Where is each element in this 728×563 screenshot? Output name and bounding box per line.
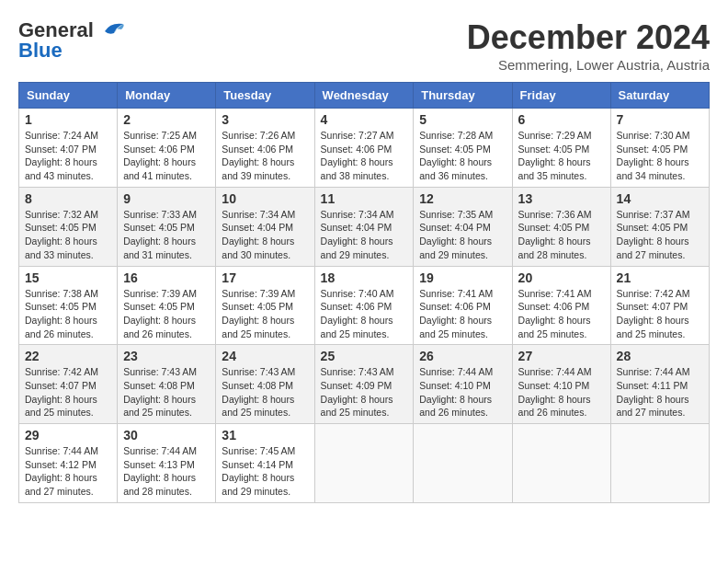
day-info: Sunrise: 7:43 AMSunset: 4:08 PMDaylight:… — [123, 365, 210, 419]
calendar-cell: 22Sunrise: 7:42 AMSunset: 4:07 PMDayligh… — [19, 345, 118, 424]
calendar-header-wednesday: Wednesday — [314, 83, 414, 109]
logo: General Blue — [18, 18, 127, 63]
day-number: 23 — [123, 349, 210, 363]
day-number: 19 — [419, 270, 506, 285]
day-number: 1 — [25, 112, 111, 127]
calendar-cell: 29Sunrise: 7:44 AMSunset: 4:12 PMDayligh… — [19, 424, 118, 503]
day-info: Sunrise: 7:44 AMSunset: 4:13 PMDaylight:… — [123, 444, 210, 499]
day-info: Sunrise: 7:29 AMSunset: 4:05 PMDaylight:… — [518, 129, 605, 183]
day-number: 3 — [222, 112, 308, 127]
calendar-week-row: 8Sunrise: 7:32 AMSunset: 4:05 PMDaylight… — [19, 187, 710, 266]
day-info: Sunrise: 7:38 AMSunset: 4:05 PMDaylight:… — [25, 287, 111, 341]
calendar-cell: 10Sunrise: 7:34 AMSunset: 4:04 PMDayligh… — [216, 187, 314, 266]
calendar-cell: 1Sunrise: 7:24 AMSunset: 4:07 PMDaylight… — [19, 109, 118, 188]
day-number: 10 — [222, 191, 308, 206]
day-info: Sunrise: 7:43 AMSunset: 4:08 PMDaylight:… — [222, 365, 308, 419]
day-number: 29 — [25, 428, 111, 442]
calendar-cell: 17Sunrise: 7:39 AMSunset: 4:05 PMDayligh… — [216, 266, 314, 345]
day-number: 6 — [518, 112, 605, 127]
calendar-cell: 2Sunrise: 7:25 AMSunset: 4:06 PMDaylight… — [118, 109, 216, 188]
day-number: 28 — [617, 349, 703, 363]
calendar-cell: 19Sunrise: 7:41 AMSunset: 4:06 PMDayligh… — [414, 266, 512, 345]
day-info: Sunrise: 7:39 AMSunset: 4:05 PMDaylight:… — [123, 287, 210, 341]
calendar-cell — [314, 424, 414, 503]
day-number: 14 — [617, 191, 703, 206]
calendar-cell: 24Sunrise: 7:43 AMSunset: 4:08 PMDayligh… — [216, 345, 314, 424]
day-number: 8 — [25, 191, 111, 206]
calendar-cell: 3Sunrise: 7:26 AMSunset: 4:06 PMDaylight… — [216, 109, 314, 188]
day-number: 16 — [123, 270, 210, 285]
day-number: 7 — [617, 112, 703, 127]
day-number: 18 — [321, 270, 408, 285]
calendar-cell: 11Sunrise: 7:34 AMSunset: 4:04 PMDayligh… — [314, 187, 414, 266]
day-info: Sunrise: 7:42 AMSunset: 4:07 PMDaylight:… — [25, 365, 111, 419]
calendar-cell: 8Sunrise: 7:32 AMSunset: 4:05 PMDaylight… — [19, 187, 118, 266]
day-info: Sunrise: 7:44 AMSunset: 4:11 PMDaylight:… — [617, 365, 703, 419]
calendar-cell: 14Sunrise: 7:37 AMSunset: 4:05 PMDayligh… — [610, 187, 709, 266]
calendar-cell — [512, 424, 610, 503]
calendar-cell: 4Sunrise: 7:27 AMSunset: 4:06 PMDaylight… — [314, 109, 414, 188]
day-info: Sunrise: 7:32 AMSunset: 4:05 PMDaylight:… — [25, 208, 111, 262]
day-info: Sunrise: 7:44 AMSunset: 4:10 PMDaylight:… — [518, 365, 605, 419]
calendar-header-saturday: Saturday — [610, 83, 709, 109]
calendar-header-friday: Friday — [512, 83, 610, 109]
day-number: 22 — [25, 349, 111, 363]
day-info: Sunrise: 7:35 AMSunset: 4:04 PMDaylight:… — [419, 208, 506, 262]
day-number: 31 — [222, 428, 308, 442]
calendar-cell: 31Sunrise: 7:45 AMSunset: 4:14 PMDayligh… — [216, 424, 314, 503]
day-number: 5 — [419, 112, 506, 127]
day-number: 4 — [321, 112, 408, 127]
calendar-header-tuesday: Tuesday — [216, 83, 314, 109]
day-info: Sunrise: 7:25 AMSunset: 4:06 PMDaylight:… — [123, 129, 210, 183]
day-number: 27 — [518, 349, 605, 363]
day-number: 12 — [419, 191, 506, 206]
calendar-week-row: 29Sunrise: 7:44 AMSunset: 4:12 PMDayligh… — [19, 424, 710, 503]
day-number: 25 — [321, 349, 408, 363]
day-info: Sunrise: 7:37 AMSunset: 4:05 PMDaylight:… — [617, 208, 703, 262]
day-info: Sunrise: 7:41 AMSunset: 4:06 PMDaylight:… — [419, 287, 506, 341]
calendar-cell: 23Sunrise: 7:43 AMSunset: 4:08 PMDayligh… — [118, 345, 216, 424]
calendar-cell — [610, 424, 709, 503]
calendar-cell: 7Sunrise: 7:30 AMSunset: 4:05 PMDaylight… — [610, 109, 709, 188]
day-info: Sunrise: 7:24 AMSunset: 4:07 PMDaylight:… — [25, 129, 111, 183]
calendar-cell: 28Sunrise: 7:44 AMSunset: 4:11 PMDayligh… — [610, 345, 709, 424]
day-info: Sunrise: 7:34 AMSunset: 4:04 PMDaylight:… — [222, 208, 308, 262]
calendar-cell: 27Sunrise: 7:44 AMSunset: 4:10 PMDayligh… — [512, 345, 610, 424]
day-info: Sunrise: 7:40 AMSunset: 4:06 PMDaylight:… — [321, 287, 408, 341]
calendar-cell: 5Sunrise: 7:28 AMSunset: 4:05 PMDaylight… — [414, 109, 512, 188]
calendar-header-row: SundayMondayTuesdayWednesdayThursdayFrid… — [19, 83, 710, 109]
day-info: Sunrise: 7:44 AMSunset: 4:12 PMDaylight:… — [25, 444, 111, 499]
calendar-cell: 13Sunrise: 7:36 AMSunset: 4:05 PMDayligh… — [512, 187, 610, 266]
title-section: December 2024 Semmering, Lower Austria, … — [467, 18, 710, 73]
calendar-header-thursday: Thursday — [414, 83, 512, 109]
calendar-cell: 9Sunrise: 7:33 AMSunset: 4:05 PMDaylight… — [118, 187, 216, 266]
day-info: Sunrise: 7:30 AMSunset: 4:05 PMDaylight:… — [617, 129, 703, 183]
calendar-cell: 26Sunrise: 7:44 AMSunset: 4:10 PMDayligh… — [414, 345, 512, 424]
day-info: Sunrise: 7:27 AMSunset: 4:06 PMDaylight:… — [321, 129, 408, 183]
day-info: Sunrise: 7:43 AMSunset: 4:09 PMDaylight:… — [321, 365, 408, 419]
calendar-week-row: 15Sunrise: 7:38 AMSunset: 4:05 PMDayligh… — [19, 266, 710, 345]
month-title: December 2024 — [467, 18, 710, 57]
calendar-cell: 15Sunrise: 7:38 AMSunset: 4:05 PMDayligh… — [19, 266, 118, 345]
day-number: 13 — [518, 191, 605, 206]
day-info: Sunrise: 7:45 AMSunset: 4:14 PMDaylight:… — [222, 444, 308, 499]
calendar-cell: 20Sunrise: 7:41 AMSunset: 4:06 PMDayligh… — [512, 266, 610, 345]
calendar-header-sunday: Sunday — [19, 83, 118, 109]
day-number: 17 — [222, 270, 308, 285]
day-number: 21 — [617, 270, 703, 285]
calendar-cell — [414, 424, 512, 503]
day-number: 9 — [123, 191, 210, 206]
calendar-cell: 6Sunrise: 7:29 AMSunset: 4:05 PMDaylight… — [512, 109, 610, 188]
calendar-week-row: 22Sunrise: 7:42 AMSunset: 4:07 PMDayligh… — [19, 345, 710, 424]
day-info: Sunrise: 7:33 AMSunset: 4:05 PMDaylight:… — [123, 208, 210, 262]
calendar-header-monday: Monday — [118, 83, 216, 109]
day-info: Sunrise: 7:41 AMSunset: 4:06 PMDaylight:… — [518, 287, 605, 341]
day-info: Sunrise: 7:28 AMSunset: 4:05 PMDaylight:… — [419, 129, 506, 183]
day-number: 26 — [419, 349, 506, 363]
calendar-week-row: 1Sunrise: 7:24 AMSunset: 4:07 PMDaylight… — [19, 109, 710, 188]
calendar-cell: 30Sunrise: 7:44 AMSunset: 4:13 PMDayligh… — [118, 424, 216, 503]
day-info: Sunrise: 7:36 AMSunset: 4:05 PMDaylight:… — [518, 208, 605, 262]
day-number: 2 — [123, 112, 210, 127]
calendar-cell: 21Sunrise: 7:42 AMSunset: 4:07 PMDayligh… — [610, 266, 709, 345]
day-info: Sunrise: 7:34 AMSunset: 4:04 PMDaylight:… — [321, 208, 408, 262]
